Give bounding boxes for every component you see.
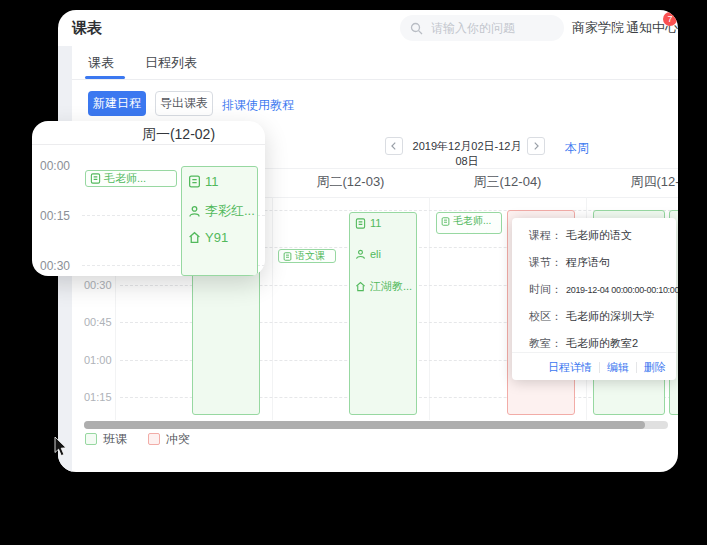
time-label: 01:00: [84, 354, 114, 366]
home-icon: [355, 281, 366, 292]
horizontal-scrollbar-thumb[interactable]: [84, 421, 645, 429]
event-course: 11: [205, 174, 219, 189]
search-input[interactable]: [429, 20, 553, 36]
legend-class-label: 班课: [103, 433, 127, 446]
tab-schedule[interactable]: 课表: [88, 46, 114, 79]
popup-action-separator: [599, 362, 600, 373]
header-divider: [615, 20, 616, 33]
event-room: Y91: [205, 230, 228, 245]
search-icon: [410, 22, 423, 35]
time-label: 00:45: [84, 316, 114, 328]
event-teacher: eli: [370, 248, 381, 260]
horizontal-scrollbar-track[interactable]: [84, 421, 668, 429]
lens-time-label: 00:30: [40, 259, 80, 273]
popup-action-separator: [636, 362, 637, 373]
lens-event-pill[interactable]: 毛老师...: [85, 170, 177, 187]
notification-badge: 7: [663, 12, 677, 26]
event-teacher: 李彩红...: [205, 202, 255, 220]
next-week-button[interactable]: [527, 137, 545, 155]
time-label: 01:15: [84, 391, 114, 403]
event-course: 毛老师...: [453, 214, 491, 228]
monday-zoom-lens: 周一(12-02) 00:00 00:15 00:30 毛老师... 11: [32, 121, 265, 276]
this-week-button[interactable]: 本周: [565, 140, 589, 157]
event-tue-class[interactable]: 11 eli 江湖教...: [349, 212, 417, 415]
screenshot-stage: 课表 商家学院 通知中心 7 课表 日程列表 新建日程 导出课表 排课使用教程: [0, 0, 707, 545]
event-course: 11: [370, 217, 381, 229]
event-tue-pill[interactable]: 语文课: [278, 249, 336, 263]
legend-conflict-label: 冲突: [166, 433, 190, 446]
event-detail-popup: 课程：毛老师的语文 课节：程序语句 时间：2019-12-04 00:00:00…: [512, 218, 676, 380]
active-tab-underline: [85, 76, 125, 79]
popup-row-course: 课程：毛老师的语文: [529, 222, 670, 249]
event-title: 毛老师...: [104, 171, 146, 186]
day-header-wed: 周三(12-04): [429, 173, 586, 193]
lens-divider: [32, 144, 265, 145]
person-icon: [355, 249, 366, 260]
tab-bar: 课表 日程列表: [72, 46, 678, 80]
popup-detail-link[interactable]: 日程详情: [548, 360, 592, 375]
doc-icon: [90, 173, 101, 184]
page-title: 课表: [72, 19, 102, 38]
date-range-label: 2019年12月02日-12月08日: [408, 139, 526, 169]
new-event-button[interactable]: 新建日程: [88, 91, 146, 116]
legend-conflict-swatch: [148, 433, 160, 445]
time-label: 00:30: [84, 279, 114, 291]
event-section: 程序语句: [453, 231, 493, 234]
tab-event-list[interactable]: 日程列表: [145, 46, 197, 79]
merchant-academy-link[interactable]: 商家学院: [572, 19, 624, 37]
lens-day-title: 周一(12-02): [92, 126, 265, 144]
folder-icon: [441, 234, 450, 235]
tutorial-link[interactable]: 排课使用教程: [222, 97, 294, 114]
popup-delete-link[interactable]: 删除: [644, 360, 666, 375]
event-wed-class[interactable]: 毛老师... 程序语句: [436, 212, 502, 234]
popup-row-campus: 校区：毛老师的深圳大学: [529, 303, 670, 330]
search-box[interactable]: [400, 15, 564, 41]
event-room: 江湖教...: [370, 279, 412, 294]
legend-class-swatch: [85, 433, 97, 445]
lens-time-label: 00:00: [40, 159, 80, 173]
doc-icon: [441, 217, 450, 226]
person-icon: [188, 205, 201, 218]
lens-event-class[interactable]: 11 李彩红... Y91: [181, 166, 258, 276]
grid-vline: [272, 197, 273, 420]
mouse-cursor: [54, 437, 68, 461]
doc-icon: [283, 252, 292, 261]
doc-icon: [355, 218, 366, 229]
popup-row-time: 时间：2019-12-04 00:00:00-00:10:00: [529, 276, 670, 303]
day-header-thu: 周四(12-05): [586, 173, 678, 193]
day-header-tue: 周二(12-03): [272, 173, 429, 193]
lens-time-label: 00:15: [40, 209, 80, 223]
event-title: 语文课: [295, 249, 325, 263]
export-schedule-button[interactable]: 导出课表: [155, 91, 213, 116]
popup-row-section: 课节：程序语句: [529, 249, 670, 276]
home-icon: [188, 231, 201, 244]
grid-vline: [429, 197, 430, 420]
popup-divider: [512, 352, 676, 353]
prev-week-button[interactable]: [385, 137, 403, 155]
doc-icon: [188, 175, 201, 188]
popup-edit-link[interactable]: 编辑: [607, 360, 629, 375]
